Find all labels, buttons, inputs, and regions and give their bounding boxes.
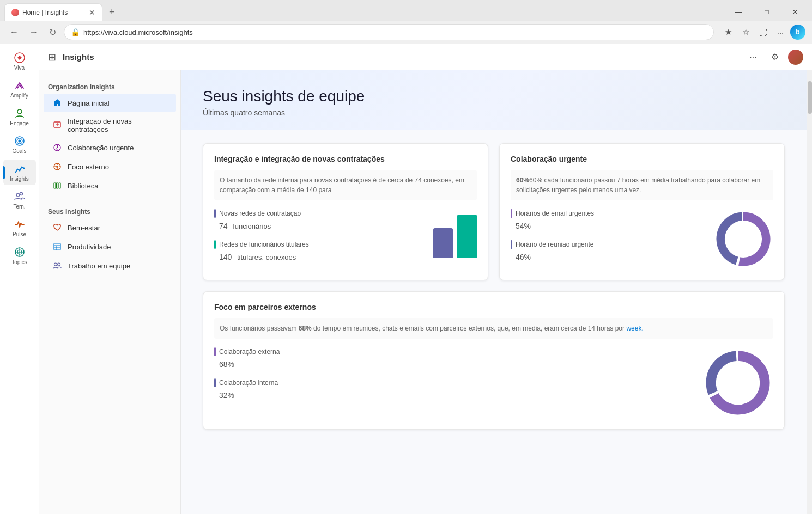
- page-title: Seus insights de equipe: [203, 88, 785, 105]
- sidebar-item-viva[interactable]: Viva: [3, 48, 36, 74]
- external-donut-svg: [702, 347, 773, 418]
- sidebar-item-teams[interactable]: Tern.: [3, 187, 36, 213]
- my-section-title: Seus Insights: [39, 204, 180, 218]
- external-focus-card: Foco em parceiros externos Os funcionári…: [203, 291, 785, 430]
- tab-close-button[interactable]: ✕: [89, 9, 95, 16]
- browser-tools-button[interactable]: ⛶: [755, 25, 771, 40]
- amplify-icon: [14, 79, 26, 91]
- bing-button[interactable]: b: [790, 25, 805, 40]
- topics-icon: [14, 246, 26, 258]
- pulse-icon: [14, 218, 26, 230]
- insights-icon: [14, 163, 26, 175]
- lock-icon: 🔒: [71, 28, 80, 36]
- extensions-button[interactable]: ★: [720, 25, 736, 40]
- new-hire-metrics: Novas redes de contratação 74 funcionári…: [214, 209, 420, 262]
- external-collab-metric: Colaboração externa 68%: [214, 347, 694, 370]
- nav-item-teamwork[interactable]: Trabalho em equipe: [44, 256, 176, 275]
- nav-teamwork-label: Trabalho em equipe: [68, 262, 130, 270]
- library-icon: [52, 181, 62, 191]
- svg-rect-27: [59, 183, 60, 188]
- external-icon: [52, 162, 62, 172]
- favorites-button[interactable]: ☆: [738, 25, 753, 40]
- svg-point-6: [19, 170, 20, 172]
- refresh-button[interactable]: ↻: [46, 25, 59, 40]
- bar-2: [457, 215, 477, 258]
- nav-item-library[interactable]: Biblioteca: [44, 176, 176, 195]
- nav-item-home[interactable]: Página inicial: [44, 94, 176, 112]
- nav-external-label: Foco externo: [68, 163, 109, 171]
- new-hire-metric-2: Redes de funcionários titulares 140 titu…: [214, 240, 420, 262]
- goals-label: Goals: [12, 148, 26, 154]
- sidebar-item-goals[interactable]: Goals: [3, 132, 36, 157]
- urgent-donut-svg: [713, 209, 773, 269]
- urgent-collab-card-title: Colaboração urgente: [511, 155, 773, 163]
- svg-point-9: [16, 193, 20, 197]
- new-hire-card-title: Integração e integração de novas contrat…: [214, 155, 477, 163]
- nav-item-external[interactable]: Foco externo: [44, 157, 176, 176]
- svg-point-7: [21, 167, 22, 168]
- new-tab-button[interactable]: +: [105, 5, 119, 19]
- url-box[interactable]: 🔒 https://viva.cloud.microsoft/insights: [64, 24, 714, 40]
- window-controls: — □ ✕: [726, 4, 808, 20]
- nav-library-label: Biblioteca: [68, 182, 98, 190]
- external-donut-chart: [702, 347, 773, 418]
- main-header: Seus insights de equipe Últimas quatro s…: [181, 70, 807, 130]
- svg-point-5: [16, 169, 18, 170]
- nav-item-wellbeing[interactable]: Bem-estar: [44, 218, 176, 237]
- minimize-button[interactable]: —: [726, 4, 751, 20]
- sidebar-item-pulse[interactable]: Pulse: [3, 215, 36, 241]
- internal-collab-label: Colaboração interna: [214, 378, 694, 387]
- engage-label: Engage: [10, 120, 28, 126]
- urgent-collab-metric-1: Horários de email urgentes 54%: [511, 209, 705, 231]
- pulse-label: Pulse: [13, 231, 26, 237]
- engage-icon: [14, 107, 26, 119]
- nav-new-hire-label: Integração de novas contratações: [68, 117, 167, 133]
- nav-item-urgent[interactable]: Colaboração urgente: [44, 138, 176, 157]
- grid-icon[interactable]: ⊞: [48, 51, 56, 63]
- new-hire-metric-1-value: 74 funcionários: [214, 219, 420, 231]
- app-content-area: ⊞ Insights ··· ⚙ Organization Insights P…: [39, 44, 812, 514]
- nav-sidebar: Organization Insights Página inicial Int…: [39, 70, 181, 514]
- urgent-collab-card: Colaboração urgente 60%60% cada funcioná…: [499, 143, 785, 280]
- sidebar-item-engage[interactable]: Engage: [3, 104, 36, 130]
- active-tab[interactable]: Home | Insights ✕: [4, 3, 102, 21]
- more-options-button[interactable]: ···: [744, 48, 762, 66]
- main-content: Seus insights de equipe Últimas quatro s…: [181, 70, 807, 514]
- svg-point-20: [56, 166, 58, 168]
- teamwork-icon: [52, 261, 62, 271]
- maximize-button[interactable]: □: [754, 4, 779, 20]
- back-button[interactable]: ←: [7, 25, 22, 39]
- sidebar-item-insights[interactable]: Insights: [3, 160, 36, 185]
- forward-button[interactable]: →: [26, 25, 41, 39]
- sidebar-item-topics[interactable]: Topics: [3, 243, 36, 268]
- insights-label: Insights: [10, 176, 28, 182]
- scrollbar-thumb[interactable]: [808, 81, 812, 114]
- urgent-collab-card-content: Horários de email urgentes 54% Hor: [511, 209, 773, 269]
- icon-sidebar: Viva Amplify Engage Goals: [0, 44, 39, 514]
- internal-collab-metric: Colaboração interna 32%: [214, 378, 694, 401]
- main-body: Integração e integração de novas contrat…: [181, 130, 807, 454]
- page-subtitle: Últimas quatro semanas: [203, 108, 785, 117]
- settings-button[interactable]: ⚙: [766, 48, 784, 66]
- nav-wellbeing-label: Bem-estar: [68, 224, 100, 232]
- user-avatar[interactable]: [788, 50, 803, 65]
- urgent-collab-metric-2: Horário de reunião urgente 46%: [511, 240, 705, 262]
- content-row: Organization Insights Página inicial Int…: [39, 70, 812, 514]
- scrollbar[interactable]: [807, 70, 812, 514]
- app-title: Insights: [63, 52, 744, 62]
- app-shell: Viva Amplify Engage Goals: [0, 44, 812, 514]
- browser-chrome: Home | Insights ✕ + — □ ✕ ← → ↻ 🔒 https:…: [0, 0, 812, 44]
- home-icon: [52, 98, 62, 108]
- nav-item-new-hire[interactable]: Integração de novas contratações: [44, 113, 176, 138]
- close-button[interactable]: ✕: [783, 4, 808, 20]
- topbar-actions: ··· ⚙: [744, 48, 803, 66]
- new-hire-metric-1-label: Novas redes de contratação: [214, 209, 420, 218]
- nav-item-productivity[interactable]: Produtividade: [44, 237, 176, 256]
- more-tools-button[interactable]: ···: [773, 25, 788, 40]
- svg-point-8: [23, 168, 25, 169]
- external-collab-label: Colaboração externa: [214, 347, 694, 356]
- sidebar-item-amplify[interactable]: Amplify: [3, 76, 36, 102]
- urgent-collab-metric-2-value: 46%: [511, 250, 705, 262]
- new-hire-card-desc: O tamanho da rede interna para novas con…: [214, 170, 477, 200]
- external-focus-card-title: Foco em parceiros externos: [214, 303, 773, 311]
